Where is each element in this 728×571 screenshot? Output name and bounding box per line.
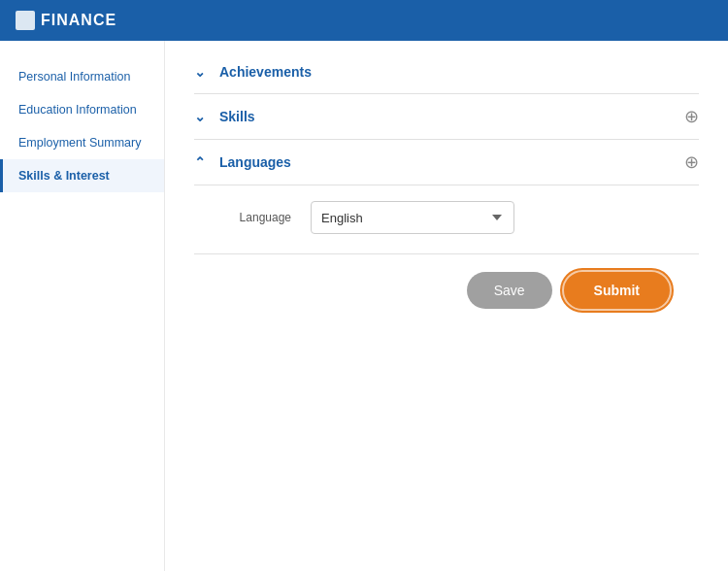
sidebar-item-employment-summary[interactable]: Employment Summary: [0, 126, 164, 159]
app-title: FINANCE: [41, 12, 116, 29]
languages-label: Languages: [219, 154, 291, 170]
sidebar-item-skills-interest[interactable]: Skills & Interest: [0, 159, 164, 192]
main-content: Personal Information Education Informati…: [0, 41, 728, 571]
app-container: FINANCE Personal Information Education I…: [0, 0, 728, 571]
achievements-section-left: ⌄ Achievements: [194, 64, 312, 80]
language-select[interactable]: English French Spanish German Chinese Ar…: [311, 201, 514, 234]
achievements-section-row[interactable]: ⌄ Achievements: [194, 50, 699, 94]
languages-section-left: ⌃ Languages: [194, 154, 291, 170]
save-button[interactable]: Save: [467, 272, 552, 309]
submit-button[interactable]: Submit: [564, 272, 670, 309]
chevron-down-icon: ⌄: [194, 64, 210, 80]
language-field-label: Language: [214, 211, 291, 224]
skills-section-left: ⌄ Skills: [194, 109, 255, 124]
sidebar-item-education-information[interactable]: Education Information: [0, 93, 164, 126]
content-area: ⌄ Achievements ⌄ Skills ⊕ ⌃ Languages ⊕: [165, 41, 728, 571]
chevron-down-icon: ⌄: [194, 109, 210, 124]
sidebar-item-personal-information[interactable]: Personal Information: [0, 60, 164, 93]
skills-section-row[interactable]: ⌄ Skills ⊕: [194, 94, 699, 140]
skills-label: Skills: [219, 109, 255, 124]
footer-bar: Save Submit: [194, 253, 699, 326]
header-logo: FINANCE: [16, 11, 116, 30]
achievements-label: Achievements: [219, 64, 312, 80]
sidebar: Personal Information Education Informati…: [0, 41, 165, 571]
languages-content: Language English French Spanish German C…: [194, 185, 699, 244]
skills-add-icon[interactable]: ⊕: [684, 108, 699, 125]
language-row: Language English French Spanish German C…: [214, 201, 699, 234]
chevron-up-icon: ⌃: [194, 154, 210, 170]
grid-icon: [16, 11, 35, 30]
header: FINANCE: [0, 0, 728, 41]
languages-section-row[interactable]: ⌃ Languages ⊕: [194, 140, 699, 185]
languages-add-icon[interactable]: ⊕: [684, 153, 699, 171]
